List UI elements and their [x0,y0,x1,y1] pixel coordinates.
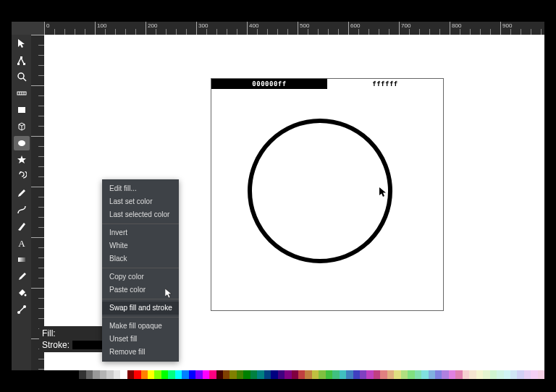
palette-swatch[interactable] [195,370,202,379]
palette-swatch[interactable] [319,370,325,379]
palette-swatch[interactable] [510,370,517,379]
ellipse-tool[interactable] [14,136,30,150]
gradient-tool[interactable] [14,252,30,267]
palette-swatch[interactable] [346,370,353,379]
rect-tool[interactable] [14,103,30,117]
palette-swatch[interactable] [237,370,243,379]
palette-swatch[interactable] [531,370,537,379]
menu-item[interactable]: Copy color [102,270,179,284]
palette-swatch[interactable] [469,370,476,379]
palette-swatch[interactable] [298,370,305,379]
palette-swatch[interactable] [264,370,271,379]
menu-item[interactable]: Paste color [102,284,179,297]
menu-item[interactable]: Black [102,252,179,265]
palette-swatch[interactable] [278,370,285,379]
selector-tool[interactable] [14,36,30,51]
palette-swatch[interactable] [394,370,400,379]
palette-swatch[interactable] [189,370,195,379]
palette-swatch[interactable] [250,370,257,379]
palette-swatch[interactable] [483,370,489,379]
palette-swatch[interactable] [332,370,339,379]
palette-swatch[interactable] [175,370,182,379]
palette-swatch[interactable] [148,370,154,379]
palette-swatch[interactable] [476,370,483,379]
connector-tool[interactable] [14,302,30,317]
dropper-tool[interactable] [14,269,30,284]
palette-swatch[interactable] [209,370,216,379]
calligraphy-tool[interactable] [14,219,30,234]
palette-swatch[interactable] [127,370,134,379]
palette-swatch[interactable] [72,370,79,379]
bucket-tool[interactable] [14,286,30,300]
palette-swatch[interactable] [463,370,469,379]
3dbox-tool[interactable] [14,119,30,134]
menu-item[interactable]: Last set color [102,195,179,208]
palette-swatch[interactable] [387,370,394,379]
palette-swatch[interactable] [120,370,127,379]
palette-swatch[interactable] [292,370,298,379]
palette-swatch[interactable] [449,370,455,379]
menu-item[interactable]: Last selected color [102,208,179,221]
palette-swatch[interactable] [429,370,435,379]
palette-swatch[interactable] [161,370,168,379]
palette-swatch[interactable] [524,370,531,379]
menu-item[interactable]: Remove fill [102,346,179,359]
palette-swatch[interactable] [504,370,510,379]
star-tool[interactable] [14,153,30,167]
palette-swatch[interactable] [243,370,250,379]
palette-swatch[interactable] [305,370,311,379]
palette-swatch[interactable] [517,370,523,379]
palette-swatch[interactable] [435,370,442,379]
bezier-tool[interactable] [14,203,30,217]
palette-swatch[interactable] [154,370,161,379]
shape-circle[interactable] [248,119,392,263]
menu-item[interactable]: White [102,239,179,252]
palette-swatch[interactable] [285,370,291,379]
menu-item[interactable]: Swap fill and stroke [102,302,179,315]
palette-swatch[interactable] [380,370,387,379]
palette-swatch[interactable] [340,370,346,379]
pencil-tool[interactable] [14,186,30,200]
palette-swatch[interactable] [203,370,209,379]
palette-swatch[interactable] [408,370,414,379]
palette-swatch[interactable] [134,370,140,379]
text-tool[interactable]: A [14,236,30,250]
swatch-white[interactable]: ffffff [327,79,443,89]
palette-swatch[interactable] [86,370,93,379]
palette-swatch[interactable] [401,370,408,379]
menu-item[interactable]: Make fill opaque [102,320,179,333]
menu-item[interactable]: Edit fill... [102,182,179,195]
palette-swatch[interactable] [271,370,277,379]
spiral-tool[interactable] [14,169,30,184]
palette-swatch[interactable] [490,370,497,379]
palette-swatch[interactable] [106,370,113,379]
palette-swatch[interactable] [229,370,236,379]
palette-swatch[interactable] [415,370,421,379]
palette-swatch[interactable] [360,370,366,379]
palette-swatch[interactable] [421,370,428,379]
palette-swatch[interactable] [216,370,223,379]
palette-swatch[interactable] [353,370,360,379]
palette-swatch[interactable] [182,370,188,379]
palette-swatch[interactable] [366,370,373,379]
node-tool[interactable] [14,53,30,67]
zoom-tool[interactable] [14,69,30,84]
menu-item[interactable]: Unset fill [102,333,179,346]
palette-swatch[interactable] [79,370,85,379]
swatch-black[interactable]: 000000ff [211,79,327,89]
menu-item[interactable]: Invert [102,226,179,239]
palette-swatch[interactable] [326,370,332,379]
palette-swatch[interactable] [141,370,148,379]
palette-swatch[interactable] [114,370,120,379]
palette-swatch[interactable] [497,370,503,379]
measure-tool[interactable] [14,86,30,101]
palette-swatch[interactable] [538,370,544,379]
palette-swatch[interactable] [223,370,229,379]
palette-swatch[interactable] [455,370,462,379]
palette-swatch[interactable] [168,370,174,379]
palette-swatch[interactable] [257,370,264,379]
palette-swatch[interactable] [93,370,99,379]
palette-swatch[interactable] [312,370,319,379]
palette-swatch[interactable] [100,370,106,379]
palette-swatch[interactable] [374,370,380,379]
